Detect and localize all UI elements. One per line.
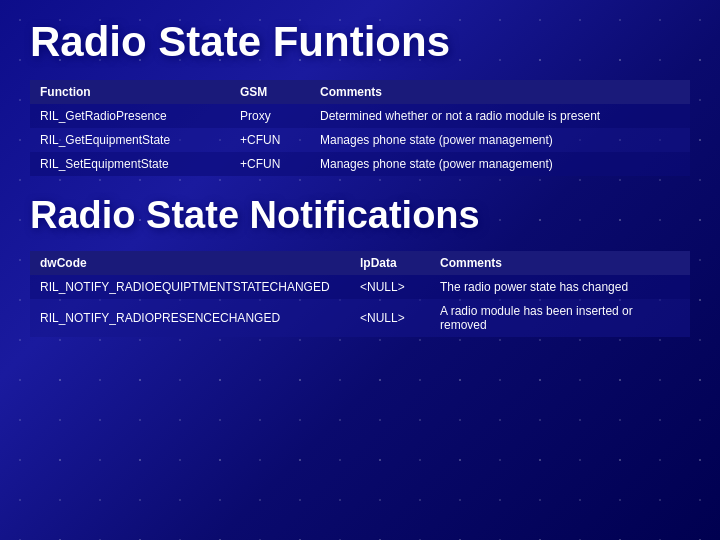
functions-table-body: RIL_GetRadioPresence Proxy Determined wh…	[30, 104, 690, 176]
section2-title: Radio State Notifications	[30, 194, 690, 237]
cell-function: RIL_SetEquipmentState	[30, 152, 230, 176]
notifications-table-header: dwCode lpData Comments	[30, 251, 690, 275]
cell-ncomments: The radio power state has changed	[430, 275, 690, 299]
functions-table-header: Function GSM Comments	[30, 80, 690, 104]
notifications-table-body: RIL_NOTIFY_RADIOEQUIPTMENTSTATECHANGED <…	[30, 275, 690, 337]
header-lpdata: lpData	[350, 251, 430, 275]
cell-gsm: Proxy	[230, 104, 310, 128]
cell-dwcode: RIL_NOTIFY_RADIOEQUIPTMENTSTATECHANGED	[30, 275, 350, 299]
cell-comments: Determined whether or not a radio module…	[310, 104, 690, 128]
notifications-table: dwCode lpData Comments RIL_NOTIFY_RADIOE…	[30, 251, 690, 337]
table-row: RIL_GetEquipmentState +CFUN Manages phon…	[30, 128, 690, 152]
page-container: Radio State Funtions Function GSM Commen…	[0, 0, 720, 355]
cell-lpdata: <NULL>	[350, 299, 430, 337]
cell-ncomments: A radio module has been inserted or remo…	[430, 299, 690, 337]
table-row: RIL_SetEquipmentState +CFUN Manages phon…	[30, 152, 690, 176]
header-gsm: GSM	[230, 80, 310, 104]
cell-dwcode: RIL_NOTIFY_RADIOPRESENCECHANGED	[30, 299, 350, 337]
header-ncomments: Comments	[430, 251, 690, 275]
functions-table: Function GSM Comments RIL_GetRadioPresen…	[30, 80, 690, 176]
table-row: RIL_NOTIFY_RADIOPRESENCECHANGED <NULL> A…	[30, 299, 690, 337]
cell-lpdata: <NULL>	[350, 275, 430, 299]
cell-function: RIL_GetRadioPresence	[30, 104, 230, 128]
cell-function: RIL_GetEquipmentState	[30, 128, 230, 152]
cell-comments: Manages phone state (power management)	[310, 128, 690, 152]
main-title: Radio State Funtions	[30, 18, 690, 66]
cell-comments: Manages phone state (power management)	[310, 152, 690, 176]
table-row: RIL_GetRadioPresence Proxy Determined wh…	[30, 104, 690, 128]
header-function: Function	[30, 80, 230, 104]
header-comments: Comments	[310, 80, 690, 104]
header-dwcode: dwCode	[30, 251, 350, 275]
table-row: RIL_NOTIFY_RADIOEQUIPTMENTSTATECHANGED <…	[30, 275, 690, 299]
cell-gsm: +CFUN	[230, 128, 310, 152]
cell-gsm: +CFUN	[230, 152, 310, 176]
